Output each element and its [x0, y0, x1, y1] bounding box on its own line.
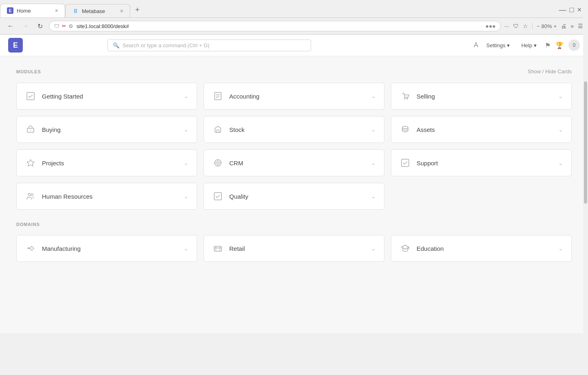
- card-left: Stock: [212, 124, 245, 135]
- retail-icon: [212, 243, 224, 254]
- assets-label: Assets: [417, 126, 435, 133]
- help-label: Help: [521, 42, 532, 48]
- back-button[interactable]: ←: [5, 20, 16, 32]
- help-button[interactable]: Help ▾: [518, 41, 540, 50]
- app-logo[interactable]: E: [8, 38, 23, 53]
- projects-chevron-icon: ⌄: [184, 160, 189, 166]
- module-card-getting-started[interactable]: Getting Started ⌄: [16, 83, 197, 110]
- human-resources-label: Human Resources: [42, 193, 92, 200]
- modules-label: MODULES: [16, 69, 41, 74]
- education-chevron-icon: ⌄: [558, 245, 563, 252]
- print-icon[interactable]: 🖨: [561, 23, 566, 29]
- manufacturing-icon: [25, 243, 36, 254]
- svg-rect-18: [402, 159, 409, 167]
- module-card-crm[interactable]: CRM ⌄: [204, 149, 384, 176]
- stock-chevron-icon: ⌄: [371, 126, 376, 133]
- crm-chevron-icon: ⌄: [371, 160, 376, 166]
- svg-rect-21: [214, 193, 222, 200]
- svg-point-24: [30, 247, 33, 250]
- projects-icon: [25, 157, 36, 169]
- human-resources-icon: [25, 191, 36, 202]
- user-badge[interactable]: 0: [568, 39, 580, 51]
- modules-grid: Getting Started ⌄ Accounting: [16, 83, 572, 210]
- app-search-bar[interactable]: 🔍 Search or type a command (Ctrl + G): [108, 39, 311, 51]
- domains-grid: Manufacturing ⌄: [16, 235, 572, 262]
- assets-icon: [399, 124, 411, 135]
- scrollbar-track: [583, 0, 588, 333]
- address-search-icon: ●●●: [485, 23, 496, 29]
- app-header: E 🔍 Search or type a command (Ctrl + G) …: [0, 35, 588, 56]
- buying-label: Buying: [42, 126, 61, 133]
- accounting-label: Accounting: [229, 93, 259, 100]
- svg-point-5: [404, 98, 406, 99]
- tab-home[interactable]: E Home ×: [0, 4, 65, 18]
- tab-metabase[interactable]: ⁞⁞ Metabase ×: [65, 4, 130, 18]
- card-left: Education: [399, 243, 444, 254]
- card-left: Getting Started: [25, 90, 83, 102]
- settings-icon: ⚙: [68, 23, 73, 29]
- module-card-assets[interactable]: Assets ⌄: [391, 116, 572, 143]
- crm-label: CRM: [229, 160, 243, 167]
- shield-addon-icon: 🛡: [513, 23, 519, 29]
- reload-button[interactable]: ↻: [34, 20, 46, 32]
- tab-metabase-icon: ⁞⁞: [72, 8, 79, 14]
- module-card-education[interactable]: Education ⌄: [391, 235, 572, 262]
- show-hide-cards-button[interactable]: Show / Hide Cards: [528, 68, 572, 75]
- card-left: Manufacturing: [25, 243, 81, 254]
- tab-metabase-label: Metabase: [82, 8, 105, 14]
- trophy-icon[interactable]: 🏆: [555, 42, 564, 49]
- address-bar[interactable]: 🛡 ✂ ⚙ site1.local:8000/desk# ●●●: [49, 21, 501, 31]
- getting-started-chevron-icon: ⌄: [184, 93, 189, 99]
- card-left: Retail: [212, 243, 245, 254]
- zoom-decrease-button[interactable]: −: [537, 23, 540, 29]
- zoom-increase-button[interactable]: +: [554, 23, 557, 29]
- module-card-support[interactable]: Support ⌄: [391, 149, 572, 176]
- module-card-manufacturing[interactable]: Manufacturing ⌄: [16, 235, 197, 262]
- forward-button[interactable]: →: [20, 20, 31, 32]
- notification-flag-icon[interactable]: ⚑: [545, 42, 551, 49]
- tab-metabase-close[interactable]: ×: [120, 8, 123, 14]
- nav-bar: ← → ↻ 🛡 ✂ ⚙ site1.local:8000/desk# ●●● ·…: [0, 18, 588, 34]
- module-card-selling[interactable]: Selling ⌄: [391, 83, 572, 110]
- scrollbar-thumb[interactable]: [584, 81, 587, 204]
- settings-label: Settings: [486, 42, 505, 48]
- zoom-level: 80%: [542, 23, 552, 29]
- module-card-accounting[interactable]: Accounting ⌄: [204, 83, 384, 110]
- module-card-retail[interactable]: Retail ⌄: [204, 235, 384, 262]
- buying-icon: [25, 124, 36, 135]
- card-left: Selling: [399, 90, 435, 102]
- getting-started-label: Getting Started: [42, 93, 83, 100]
- minimize-button[interactable]: —: [559, 6, 566, 14]
- card-left: Human Resources: [25, 191, 92, 202]
- manufacturing-chevron-icon: ⌄: [184, 245, 189, 252]
- hamburger-menu[interactable]: ☰: [578, 23, 583, 29]
- browser-chrome: E Home × ⁞⁞ Metabase × + — □ × ← → ↻ 🛡 ✂…: [0, 0, 588, 35]
- domains-label: DOMAINS: [16, 222, 40, 227]
- more-options-button[interactable]: ···: [504, 23, 509, 29]
- accounting-icon: [212, 90, 224, 102]
- settings-button[interactable]: Settings ▾: [483, 41, 513, 50]
- svg-rect-9: [217, 130, 219, 132]
- nav-extra-controls: ··· 🛡 ☆ − 80% + 🖨 » ☰: [504, 23, 583, 29]
- app-wrapper: E 🔍 Search or type a command (Ctrl + G) …: [0, 35, 588, 333]
- new-tab-button[interactable]: +: [130, 2, 145, 18]
- projects-label: Projects: [42, 160, 64, 167]
- tab-home-close[interactable]: ×: [55, 7, 58, 14]
- quality-chevron-icon: ⌄: [371, 193, 376, 200]
- getting-started-icon: [25, 90, 36, 102]
- manufacturing-label: Manufacturing: [42, 245, 81, 252]
- reader-icon: ✂: [62, 23, 66, 29]
- module-card-buying[interactable]: Buying ⌄: [16, 116, 197, 143]
- stock-icon: [212, 124, 224, 135]
- card-left: Assets: [399, 124, 435, 135]
- svg-point-20: [31, 194, 33, 196]
- module-card-quality[interactable]: Quality ⌄: [204, 183, 384, 210]
- svg-point-19: [28, 193, 31, 196]
- module-card-stock[interactable]: Stock ⌄: [204, 116, 384, 143]
- close-button[interactable]: ×: [577, 6, 581, 14]
- module-card-projects[interactable]: Projects ⌄: [16, 149, 197, 176]
- restore-button[interactable]: □: [570, 6, 574, 14]
- module-card-human-resources[interactable]: Human Resources ⌄: [16, 183, 197, 210]
- extensions-icon[interactable]: »: [570, 23, 574, 29]
- human-resources-chevron-icon: ⌄: [184, 193, 189, 200]
